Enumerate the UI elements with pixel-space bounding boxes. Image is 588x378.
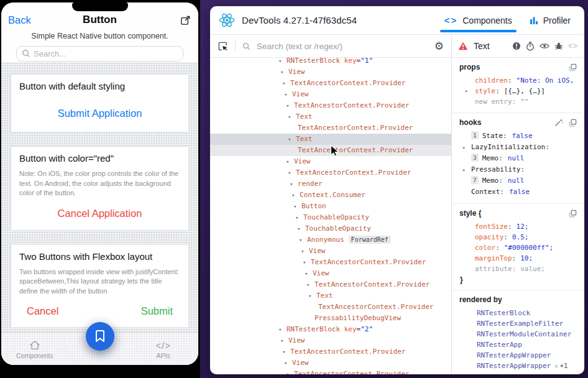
inspect-dom-eye-icon[interactable] bbox=[540, 42, 549, 50]
error-icon[interactable] bbox=[512, 42, 521, 50]
inspector-row[interactable]: fontSize:12; bbox=[459, 221, 577, 232]
expand-arrow-icon[interactable]: ▾ bbox=[286, 100, 294, 111]
inspector-row[interactable]: ▸style:[{…}, {…}] bbox=[459, 86, 577, 96]
tree-row[interactable]: ▾View bbox=[210, 357, 451, 369]
expand-arrow-icon[interactable]: ▾ bbox=[284, 357, 292, 369]
app-button[interactable]: Submit Application bbox=[58, 108, 142, 119]
parse-hook-names-wand-icon[interactable] bbox=[554, 118, 563, 127]
owner-item[interactable]: RNTesterModuleContainer bbox=[459, 329, 577, 339]
inspector-row[interactable]: attribute:value; bbox=[459, 264, 577, 274]
expand-arrow-icon[interactable]: ▾ bbox=[303, 257, 311, 268]
tree-row[interactable]: ▾Text bbox=[210, 134, 451, 145]
expand-arrow-icon[interactable]: ▾ bbox=[286, 369, 294, 374]
tree-row[interactable]: ▾Context.Consumer bbox=[210, 190, 451, 201]
owner-item[interactable]: RNTesterBlock bbox=[459, 308, 577, 318]
tree-row[interactable]: ▾render bbox=[210, 178, 451, 190]
tab-components[interactable]: Components bbox=[16, 339, 53, 359]
tree-row[interactable]: TextAncestorContext.Provider bbox=[210, 302, 451, 313]
tree-row[interactable]: ▾TouchableOpacity bbox=[210, 212, 451, 223]
hook-row[interactable]: ▸Pressability: bbox=[459, 164, 577, 175]
hook-row[interactable]: 3Memo:null bbox=[459, 153, 577, 164]
tree-row[interactable]: ▾TextAncestorContext.Provider bbox=[210, 257, 451, 268]
owner-item[interactable]: RNTesterAppWrapper≡+1 bbox=[459, 361, 577, 372]
search-input[interactable] bbox=[16, 46, 183, 62]
tab-devtools-profiler[interactable]: Profiler bbox=[530, 6, 571, 34]
tree-row[interactable]: ▾TextAncestorContext.Provider bbox=[210, 369, 451, 374]
bookmark-fab[interactable] bbox=[86, 322, 114, 351]
owner-item[interactable]: RNTesterExampleFilter bbox=[459, 318, 577, 329]
tree-row[interactable]: ▾Text bbox=[210, 111, 451, 122]
expand-arrow-icon[interactable]: ▾ bbox=[278, 58, 287, 67]
inspector-row[interactable]: children:"Note: On iOS, the bbox=[459, 75, 577, 86]
expand-arrow-icon[interactable]: ▾ bbox=[282, 346, 290, 357]
expand-arrow-icon[interactable]: ▸ bbox=[462, 164, 466, 175]
expand-arrow-icon[interactable]: ▾ bbox=[292, 190, 300, 201]
expand-arrow-icon[interactable]: ▾ bbox=[284, 89, 292, 100]
tree-row[interactable]: ▾View bbox=[210, 89, 451, 100]
hook-row[interactable]: ▸LazyInitialization: bbox=[459, 142, 577, 153]
expand-arrow-icon[interactable]: ▾ bbox=[299, 234, 307, 246]
tree-row[interactable]: ▾TextAncestorContext.Provider bbox=[210, 78, 451, 89]
inspector-row[interactable]: marginTop:10; bbox=[459, 253, 577, 264]
hook-row[interactable]: Context:false bbox=[459, 187, 577, 198]
tree-row[interactable]: ▾TextAncestorContext.Provider bbox=[210, 279, 451, 290]
hook-row[interactable]: 1State:false bbox=[459, 131, 577, 142]
expand-arrow-icon[interactable]: ▾ bbox=[288, 167, 296, 178]
expand-arrow-icon[interactable]: ▾ bbox=[306, 279, 315, 290]
copy-icon[interactable] bbox=[569, 119, 577, 127]
tree-row[interactable]: ▾TextAncestorContext.Provider bbox=[210, 100, 451, 111]
expand-arrow-icon[interactable]: ▾ bbox=[305, 268, 313, 279]
expand-arrow-icon[interactable]: ▾ bbox=[308, 290, 316, 302]
tree-row[interactable]: ▾View bbox=[210, 156, 451, 167]
copy-icon[interactable] bbox=[569, 210, 577, 218]
owner-item[interactable]: render() bbox=[459, 372, 577, 374]
expand-arrow-icon[interactable]: ▾ bbox=[280, 67, 288, 78]
app-button[interactable]: Cancel bbox=[27, 305, 58, 317]
tree-row[interactable]: ▾RNTesterBlock key="2" bbox=[210, 324, 451, 335]
tree-row[interactable]: ▾TouchableOpacity bbox=[210, 223, 451, 234]
expand-arrow-icon[interactable]: ▾ bbox=[280, 335, 288, 346]
expand-arrow-icon[interactable]: ▾ bbox=[288, 134, 296, 145]
expand-arrow-icon[interactable]: ▾ bbox=[282, 78, 290, 89]
open-external-icon[interactable] bbox=[180, 14, 191, 26]
view-source-icon[interactable]: <> bbox=[568, 42, 578, 50]
expand-arrow-icon[interactable]: ▾ bbox=[293, 201, 301, 212]
hook-row[interactable]: 7Memo:null bbox=[459, 175, 577, 187]
tree-row[interactable]: ▾Button bbox=[210, 201, 451, 212]
tree-row[interactable]: ▾View bbox=[210, 268, 451, 279]
inspector-row[interactable]: color:"#000000ff"; bbox=[459, 242, 577, 253]
suspense-timer-icon[interactable] bbox=[526, 42, 535, 51]
tree-row[interactable]: ▾Text bbox=[210, 290, 451, 302]
copy-icon[interactable] bbox=[569, 63, 577, 71]
tree-row[interactable]: ▾TextAncestorContext.Provider bbox=[210, 167, 451, 178]
tab-apis[interactable]: </> APIs bbox=[155, 340, 171, 359]
inspector-row[interactable]: opacity:0.5; bbox=[459, 232, 577, 242]
inspector-row[interactable]: new entry:"" bbox=[459, 96, 577, 107]
tree-row[interactable]: ▾RNTesterBlock key="1" bbox=[210, 58, 451, 67]
expand-arrow-icon[interactable]: ▾ bbox=[278, 324, 287, 335]
tree-row[interactable]: ▾View bbox=[210, 246, 451, 257]
tree-row[interactable]: PressabilityDebugView bbox=[210, 313, 451, 324]
expand-arrow-icon[interactable]: ▾ bbox=[297, 223, 305, 234]
expand-arrow-icon[interactable]: ▾ bbox=[288, 111, 296, 122]
app-button[interactable]: Cancel Application bbox=[58, 208, 142, 219]
owner-item[interactable]: RNTesterAppWrapper bbox=[459, 350, 577, 361]
tree-row[interactable]: ▾AnonymousForwardRef bbox=[210, 234, 451, 246]
expand-arrow-icon[interactable]: ▸ bbox=[462, 142, 466, 153]
expand-arrow-icon[interactable]: ▾ bbox=[290, 178, 298, 190]
tree-row[interactable]: TextAncestorContext.Provider bbox=[210, 122, 451, 134]
log-bug-icon[interactable] bbox=[554, 42, 563, 50]
app-button[interactable]: Submit bbox=[141, 305, 173, 317]
expand-arrow-icon[interactable]: ▾ bbox=[301, 246, 309, 257]
devtools-search-input[interactable] bbox=[255, 41, 430, 52]
settings-gear-icon[interactable]: ⚙ bbox=[434, 41, 444, 52]
owner-item[interactable]: RNTesterApp bbox=[459, 339, 577, 350]
tree-row[interactable]: ▾View bbox=[210, 67, 451, 78]
expand-arrow-icon[interactable]: ▾ bbox=[295, 212, 303, 223]
tree-row[interactable]: TextAncestorContext.Provider bbox=[210, 145, 451, 156]
expand-arrow-icon[interactable]: ▾ bbox=[286, 156, 294, 167]
tab-devtools-components[interactable]: <> Components bbox=[444, 6, 512, 34]
expand-arrow-icon[interactable]: ▸ bbox=[465, 86, 468, 96]
tree-row[interactable]: ▾View bbox=[210, 335, 451, 346]
tree-row[interactable]: ▾TextAncestorContext.Provider bbox=[210, 346, 451, 357]
